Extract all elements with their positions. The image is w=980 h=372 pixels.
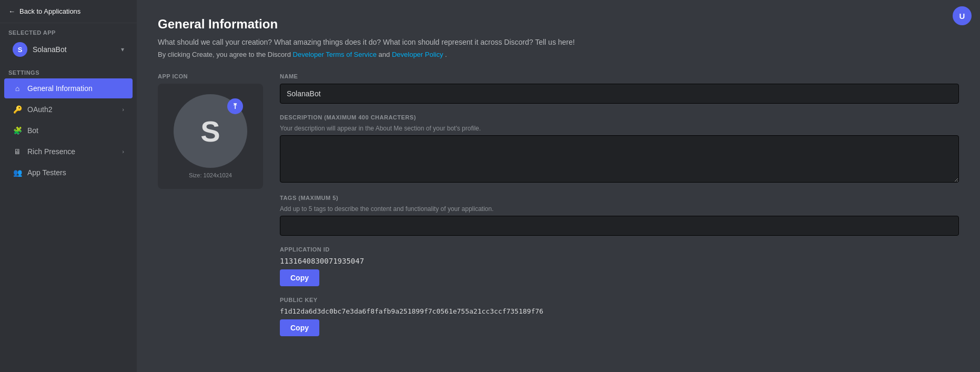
description-input[interactable] [280, 135, 959, 183]
developer-policy-link[interactable]: Developer Policy [392, 51, 443, 58]
key-icon: 🔑 [13, 105, 22, 114]
app-name: SolanaBot [33, 45, 116, 54]
icon-upload-box[interactable]: S ⤒ Size: 1024x1024 [158, 84, 263, 189]
copy-app-id-button[interactable]: Copy [280, 269, 319, 286]
settings-section-label: SETTINGS [0, 61, 137, 78]
description-sublabel: Your description will appear in the Abou… [280, 125, 959, 132]
terms-line: By clicking Create, you agree to the Dis… [158, 51, 959, 58]
tags-input[interactable] [280, 216, 959, 236]
chevron-right-icon: › [122, 106, 124, 113]
sidebar-item-general-information[interactable]: ⌂ General Information [4, 78, 133, 98]
back-arrow-icon: ← [8, 7, 15, 15]
public-key-field-group: PUBLIC KEY f1d12da6d3dc0bc7e3da6f8fafb9a… [280, 297, 959, 336]
user-avatar[interactable]: U [953, 6, 972, 25]
home-icon: ⌂ [13, 84, 22, 93]
sidebar-item-label: OAuth2 [27, 105, 52, 114]
sidebar-item-label: App Testers [27, 168, 66, 177]
sidebar-item-app-testers[interactable]: 👥 App Testers [4, 163, 133, 183]
sidebar-item-bot[interactable]: 🧩 Bot [4, 120, 133, 140]
public-key-label: PUBLIC KEY [280, 297, 959, 303]
back-link-label: Back to Applications [19, 7, 80, 15]
sidebar: ← Back to Applications SELECTED APP S So… [0, 0, 137, 372]
sidebar-item-label: Rich Presence [27, 147, 75, 156]
back-to-applications-link[interactable]: ← Back to Applications [0, 0, 137, 23]
name-field-group: NAME [280, 73, 959, 104]
description-label: DESCRIPTION (MAXIMUM 400 CHARACTERS) [280, 114, 959, 120]
tags-field-group: TAGS (MAXIMUM 5) Add up to 5 tags to des… [280, 195, 959, 236]
page-subtitle: What should we call your creation? What … [158, 38, 959, 46]
form-fields: NAME DESCRIPTION (MAXIMUM 400 CHARACTERS… [280, 73, 959, 347]
icon-size-hint: Size: 1024x1024 [189, 172, 232, 178]
main-content: General Information What should we call … [137, 0, 980, 372]
page-title: General Information [158, 17, 959, 32]
chevron-right-icon: › [122, 148, 124, 155]
app-selector[interactable]: S SolanaBot ▾ [4, 38, 133, 61]
application-id-field-group: APPLICATION ID 1131640830071935047 Copy [280, 246, 959, 286]
app-avatar: S [13, 42, 27, 57]
puzzle-icon: 🧩 [13, 126, 22, 135]
name-input[interactable] [280, 84, 959, 104]
description-field-group: DESCRIPTION (MAXIMUM 400 CHARACTERS) You… [280, 114, 959, 184]
app-icon-label: APP ICON [158, 73, 263, 79]
sidebar-item-rich-presence[interactable]: 🖥 Rich Presence › [4, 142, 133, 162]
upload-icon: ⤒ [227, 98, 243, 114]
sidebar-item-label: General Information [27, 84, 93, 93]
application-id-label: APPLICATION ID [280, 246, 959, 253]
app-icon-section: APP ICON S ⤒ Size: 1024x1024 [158, 73, 263, 347]
copy-public-key-button[interactable]: Copy [280, 319, 319, 336]
chevron-down-icon: ▾ [121, 46, 124, 53]
monitor-icon: 🖥 [13, 147, 22, 156]
tags-label: TAGS (MAXIMUM 5) [280, 195, 959, 201]
selected-app-label: SELECTED APP [0, 23, 137, 38]
user-avatar-label: U [959, 12, 965, 21]
application-id-value: 1131640830071935047 [280, 257, 959, 265]
app-icon-avatar: S ⤒ [174, 94, 247, 168]
name-label: NAME [280, 73, 959, 79]
public-key-value: f1d12da6d3dc0bc7e3da6f8fafb9a251899f7c05… [280, 307, 959, 315]
sidebar-item-oauth2[interactable]: 🔑 OAuth2 › [4, 99, 133, 119]
terms-of-service-link[interactable]: Developer Terms of Service [293, 51, 377, 58]
sidebar-item-label: Bot [27, 126, 38, 135]
form-row-icon-name: APP ICON S ⤒ Size: 1024x1024 NAME DESCRI… [158, 73, 959, 347]
tags-sublabel: Add up to 5 tags to describe the content… [280, 205, 959, 213]
users-icon: 👥 [13, 168, 22, 177]
